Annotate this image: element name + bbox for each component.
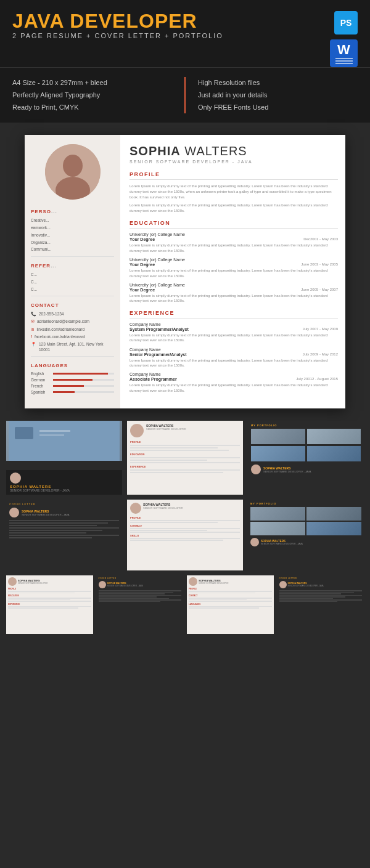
resume-last-name: WALTERS	[181, 144, 247, 158]
features-section: A4 Size - 210 x 297mm + bleed Perfectly …	[0, 67, 370, 123]
contact-section-title: CONTACT	[31, 302, 114, 308]
portdark-role: SENIOR SOFTWARE DEVELOPER - JAVA	[261, 543, 303, 545]
sc3-header: SOPHIA WALTERS SENIOR SOFTWARE DEVELOPER	[189, 577, 272, 586]
edu-desc-3: Lorem Ipsum is simply dummy text of the …	[130, 293, 338, 304]
lang-spanish-label: Spanish	[31, 390, 51, 394]
card2-line-8	[130, 472, 223, 473]
sc2-l3	[99, 593, 165, 594]
page-title: JAVA DEVELOPER	[12, 11, 223, 31]
card2-line-4	[130, 457, 240, 458]
resume-first-name: SOPHIA	[130, 144, 181, 158]
skill-4: Organiza...	[31, 240, 114, 246]
sc4-l4	[279, 595, 363, 596]
card1-avatar	[10, 473, 21, 484]
word-badge: W	[330, 39, 358, 67]
card3-thumb-2	[307, 429, 361, 444]
sc4-l6	[279, 598, 333, 599]
edu-degree-1: Your Degree	[130, 237, 155, 241]
contact-linkedin: in linkedin.com/adrianleonard	[31, 327, 114, 332]
address-text: 123 Main Street, Apt. 101, New York 1000…	[39, 341, 114, 352]
sc3-l5	[189, 601, 272, 602]
resume2-prof-label: PROFILE	[130, 516, 240, 519]
edu-degree-row-1: Your Degree Dec2001 - May 2003	[130, 237, 338, 241]
portfolio-row-3: SOPHIA WALTERS SENIOR SOFTWARE DEVELOPER…	[6, 575, 364, 634]
r2l7	[130, 540, 223, 541]
card3-img-4	[307, 446, 361, 461]
edu-school-2: Univercity (or) College Name	[130, 258, 338, 262]
small-card-4: COVER LETTER SOPHIA WALTERS SENIOR SOFTW…	[278, 575, 364, 634]
r2l6	[130, 538, 240, 539]
sc2-l5	[99, 596, 157, 598]
card3-thumb-4	[307, 446, 361, 461]
ref-2: C...	[31, 279, 114, 285]
feature-print: Ready to Print, CMYK	[12, 102, 172, 114]
sc1-prof: PROFILE	[8, 588, 91, 590]
sc1-role: SENIOR SOFTWARE DEVELOPER	[18, 582, 47, 585]
small-card-1: SOPHIA WALTERS SENIOR SOFTWARE DEVELOPER…	[6, 575, 93, 634]
cover1-line-8	[9, 537, 92, 538]
resume-card: PERSO... Creative... eamwork... Innovati…	[25, 135, 345, 408]
location-icon: 📍	[31, 342, 36, 347]
cover1-line-6	[9, 532, 86, 533]
pd-thumb-3	[250, 522, 305, 535]
experience-section: EXPERIENCE Company Name System Programme…	[130, 310, 338, 393]
portdark-footer: SOPHIA WALTERS SENIOR SOFTWARE DEVELOPER…	[250, 538, 361, 546]
card2-section-label: PROFILE	[130, 440, 240, 444]
resume2-content: SOPHIA WALTERS SENIOR SOFTWARE DEVELOPER…	[127, 500, 243, 545]
exp-item-1: Company Name System Programmer/Analyst J…	[130, 322, 338, 343]
skill-3: Innovativ...	[31, 232, 114, 238]
exp-desc-2: Lorem Ipsum is simply dummy text of the …	[130, 358, 338, 368]
ref-1: C...	[31, 272, 114, 278]
card1-overlay: SOPHIA WALTERS SENIOR SOFTWARE DEVELOPER…	[6, 470, 122, 495]
resume2-text: SOPHIA WALTERS SENIOR SOFTWARE DEVELOPER	[143, 503, 183, 509]
sc1-avatar	[8, 577, 17, 586]
sc3-contact: CONTACT	[189, 594, 272, 597]
experience-title: EXPERIENCE	[130, 310, 338, 318]
word-lines	[335, 58, 353, 64]
sc1-l2	[8, 593, 75, 594]
r2l4	[130, 530, 207, 531]
cover1-line-3	[9, 525, 97, 526]
exp-desc-1: Lorem Ipsum is simply dummy text of the …	[130, 333, 338, 343]
sc3-l4	[189, 599, 247, 601]
card2-line-6	[130, 462, 240, 463]
exp-company-1: Company Name	[130, 322, 338, 327]
languages-section-title: LANGUAGES	[31, 363, 114, 368]
pd-thumb-1	[250, 507, 305, 521]
education-section: EDUCATION Univercity (or) College Name Y…	[130, 220, 338, 303]
sc4-content: COVER LETTER SOPHIA WALTERS SENIOR SOFTW…	[278, 575, 364, 604]
lang-french-bar-bg	[53, 385, 114, 387]
edu-school-1: Univercity (or) College Name	[130, 232, 338, 237]
sc3-l2	[189, 593, 255, 594]
lang-german-bar-fill	[53, 379, 92, 381]
resume-name-block: SOPHIA WALTERS SENIOR SOFTWARE DEVELOPER…	[130, 144, 338, 164]
skill-1: Creative...	[31, 217, 114, 224]
sc1-edu: EDUCATION	[8, 594, 91, 597]
cover1-line-2	[9, 522, 108, 524]
sc1-l3	[8, 598, 91, 599]
cover1-role-text: SENIOR SOFTWARE DEVELOPER - JAVA	[22, 513, 70, 516]
resume-name: SOPHIA WALTERS	[130, 144, 338, 158]
exp-date-3: July 20012 - August 2015	[296, 377, 338, 381]
sc1-text: SOPHIA WALTERS SENIOR SOFTWARE DEVELOPER	[18, 579, 47, 585]
sc2-l1	[99, 590, 182, 591]
portfolio-row-1: SOPHIA WALTERS SENIOR SOFTWARE DEVELOPER…	[6, 421, 364, 495]
card3-content: MY PORTFOLIO	[248, 421, 364, 477]
exp-company-2: Company Name	[130, 347, 338, 352]
lang-english-label: English	[31, 371, 51, 376]
sc4-header: SOPHIA WALTERS SENIOR SOFTWARE DEVELOPER…	[279, 581, 363, 588]
card2-line-5	[130, 460, 207, 461]
education-title: EDUCATION	[130, 220, 338, 229]
cover1-avatar	[9, 508, 19, 517]
exp-company-3: Company Name	[130, 372, 338, 376]
sc2-text: SOPHIA WALTERS SENIOR SOFTWARE DEVELOPER…	[107, 582, 143, 587]
sc2-l4	[99, 595, 182, 596]
edu-degree-row-2: Your Degree June 2003 - May 2005	[130, 262, 338, 267]
cover1-line-1	[9, 520, 119, 521]
resume2-skills-label: SKILLS	[130, 534, 240, 537]
r2l1	[130, 520, 240, 521]
sc3-avatar	[189, 577, 197, 586]
profile-text: Lorem Ipsum is simply dummy text of the …	[130, 184, 338, 200]
sc4-l1	[279, 590, 363, 591]
card3-footer: SOPHIA WALTERS SENIOR SOFTWARE DEVELOPER…	[251, 464, 361, 474]
